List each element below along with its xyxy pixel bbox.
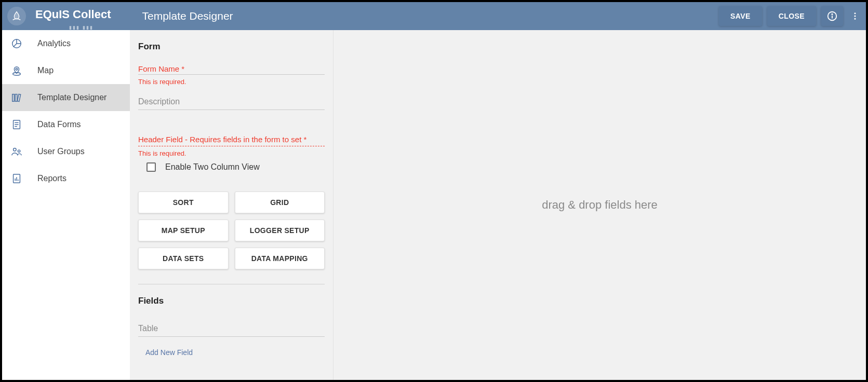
sidebar-item-label: Reports	[37, 174, 66, 183]
app-logo-icon	[7, 7, 26, 25]
grid-button[interactable]: GRID	[235, 192, 325, 213]
form-panel: Form Form Name * This is required. Heade…	[130, 30, 333, 380]
svg-point-17	[18, 150, 20, 152]
two-column-label: Enable Two Column View	[165, 162, 260, 172]
document-icon	[10, 118, 23, 131]
bar-chart-doc-icon	[10, 172, 23, 185]
app-header: EQuIS Collect ▮▮▮ ▮▮▮ Template Designer …	[2, 2, 866, 30]
info-icon	[826, 10, 838, 22]
kebab-icon	[850, 11, 860, 21]
svg-rect-9	[12, 94, 15, 102]
description-input[interactable]	[138, 94, 325, 110]
sidebar-item-label: User Groups	[37, 147, 85, 156]
sidebar-item-label: Analytics	[37, 39, 71, 48]
design-canvas[interactable]: drag & drop fields here	[333, 30, 866, 380]
svg-point-16	[14, 148, 16, 152]
section-form-title: Form	[138, 42, 325, 52]
sidebar-nav: Analytics Map Template Designer Data For…	[2, 30, 130, 380]
table-input[interactable]	[138, 321, 325, 337]
user-groups-icon	[10, 145, 23, 158]
app-subtitle: ▮▮▮ ▮▮▮	[69, 25, 94, 30]
svg-point-8	[16, 68, 18, 70]
pie-chart-icon	[10, 37, 23, 50]
svg-rect-11	[17, 94, 20, 101]
section-fields-title: Fields	[138, 296, 325, 306]
header-field-label: Header Field - Requires fields in the fo…	[138, 135, 325, 146]
svg-rect-10	[15, 94, 17, 102]
header-field-block: Header Field - Requires fields in the fo…	[138, 135, 325, 172]
save-button[interactable]: SAVE	[719, 6, 762, 26]
sidebar-item-label: Template Designer	[37, 93, 106, 102]
form-name-error: This is required.	[138, 78, 325, 86]
data-sets-button[interactable]: DATA SETS	[138, 248, 229, 269]
app-name: EQuIS Collect	[35, 8, 111, 21]
header-field-error: This is required.	[138, 149, 325, 157]
books-icon	[10, 91, 23, 104]
info-button[interactable]	[821, 6, 843, 26]
two-column-checkbox[interactable]	[146, 162, 156, 172]
sidebar-item-data-forms[interactable]: Data Forms	[2, 111, 130, 138]
sidebar-item-analytics[interactable]: Analytics	[2, 30, 130, 57]
sidebar-item-map[interactable]: Map	[2, 57, 130, 84]
map-setup-button[interactable]: MAP SETUP	[138, 220, 229, 241]
logger-setup-button[interactable]: LOGGER SETUP	[235, 220, 325, 241]
sort-button[interactable]: SORT	[138, 192, 229, 213]
close-button[interactable]: CLOSE	[767, 6, 816, 26]
page-title: Template Designer	[142, 10, 233, 22]
sidebar-item-user-groups[interactable]: User Groups	[2, 138, 130, 165]
sidebar-item-label: Map	[37, 66, 54, 75]
svg-point-2	[832, 14, 832, 15]
add-new-field-link[interactable]: Add New Field	[138, 348, 193, 357]
sidebar-item-template-designer[interactable]: Template Designer	[2, 84, 130, 111]
sidebar-item-reports[interactable]: Reports	[2, 165, 130, 192]
map-pin-icon	[10, 64, 23, 77]
form-name-field: Form Name * This is required.	[138, 64, 325, 86]
svg-point-3	[854, 12, 856, 14]
more-menu-button[interactable]	[847, 6, 863, 26]
divider	[138, 284, 325, 284]
form-name-label: Form Name *	[138, 64, 325, 73]
sidebar-item-label: Data Forms	[37, 120, 81, 129]
canvas-placeholder: drag & drop fields here	[542, 198, 658, 212]
svg-point-5	[854, 18, 856, 20]
svg-point-4	[854, 16, 856, 17]
data-mapping-button[interactable]: DATA MAPPING	[235, 248, 325, 269]
